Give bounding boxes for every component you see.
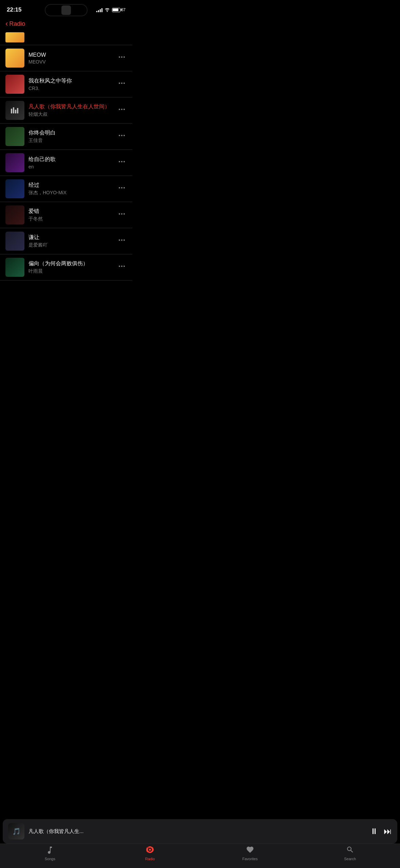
svg-point-18: [123, 161, 125, 162]
song-title: 给自己的歌: [28, 156, 113, 163]
song-info: 偏向（为何会两败俱伤）叶雨晨: [28, 260, 113, 274]
svg-point-28: [119, 266, 120, 267]
svg-point-15: [123, 135, 125, 136]
nav-bar: ‹ Radio: [0, 18, 132, 32]
tab-songs[interactable]: Songs: [0, 844, 100, 863]
svg-rect-6: [11, 109, 12, 113]
song-item[interactable]: 偏向（为何会两败俱伤）叶雨晨: [0, 254, 132, 281]
song-info: 你终会明白王佳音: [28, 129, 113, 144]
song-item[interactable]: 经过张杰，HOYO-MiX: [0, 176, 132, 202]
wifi-icon: [104, 7, 110, 13]
back-chevron-icon: ‹: [5, 20, 8, 28]
more-button[interactable]: [117, 235, 127, 247]
svg-rect-8: [15, 110, 16, 113]
song-item-partial: [0, 32, 132, 45]
song-thumb-emoji: [5, 205, 24, 224]
song-thumbnail: [5, 49, 24, 68]
svg-point-2: [123, 56, 125, 58]
more-button[interactable]: [117, 261, 127, 273]
song-title: MEOW: [28, 52, 113, 58]
more-button[interactable]: [117, 104, 127, 116]
svg-rect-9: [17, 108, 18, 113]
svg-point-12: [123, 109, 125, 110]
more-button[interactable]: [117, 52, 127, 64]
svg-point-5: [123, 83, 125, 84]
more-button[interactable]: [117, 209, 127, 221]
song-title: 你终会明白: [28, 129, 113, 137]
svg-point-23: [121, 213, 122, 215]
tab-songs-label: Songs: [45, 857, 55, 861]
song-artist: 轻烟大叔: [28, 111, 113, 117]
more-button[interactable]: [117, 157, 127, 169]
song-thumb-emoji: [5, 127, 24, 146]
song-thumb-emoji: [5, 258, 24, 277]
song-title: 我在秋风之中等你: [28, 77, 113, 85]
song-thumb-emoji: [5, 153, 24, 172]
song-title: 凡人歌（你我皆凡人生在人世间）: [28, 103, 113, 110]
battery-fill: [113, 8, 118, 11]
signal-bar-3: [100, 9, 101, 12]
dynamic-island: [45, 4, 88, 16]
song-title: 爱错: [28, 208, 113, 215]
song-info: MEOWMEOVV: [28, 52, 113, 65]
now-playing-title: 凡人歌（你我皆凡人生...: [28, 828, 84, 834]
song-info: 爱错于冬然: [28, 208, 113, 222]
song-item[interactable]: 给自己的歌en: [0, 150, 132, 176]
svg-point-17: [121, 161, 122, 162]
svg-point-13: [119, 135, 120, 136]
song-thumbnail: [5, 153, 24, 172]
song-title: 偏向（为何会两败俱伤）: [28, 260, 113, 267]
signal-bar-1: [96, 11, 97, 12]
tab-bar: Songs Radio Favorites Search: [0, 844, 132, 868]
song-thumbnail: [5, 127, 24, 146]
svg-point-25: [119, 239, 120, 241]
battery-container: 87: [112, 7, 126, 12]
status-time: 22:15: [7, 6, 21, 13]
song-info: 谦让是爱酱吖: [28, 234, 113, 248]
svg-point-0: [119, 56, 120, 58]
svg-point-29: [121, 266, 122, 267]
song-item[interactable]: 你终会明白王佳音: [0, 124, 132, 150]
song-thumbnail: [5, 232, 24, 251]
now-playing-info: 凡人歌（你我皆凡人生...: [28, 828, 132, 835]
more-button[interactable]: [117, 183, 127, 195]
song-item[interactable]: 谦让是爱酱吖: [0, 228, 132, 254]
song-thumbnail: [5, 75, 24, 94]
song-items: MEOWMEOVV我在秋风之中等你CR3. 凡人歌（你我皆凡人生在人世间）轻烟大…: [0, 45, 132, 281]
dynamic-island-content: [61, 5, 71, 15]
svg-point-16: [119, 161, 120, 162]
song-artist: 叶雨晨: [28, 268, 113, 274]
song-artist: 是爱酱吖: [28, 242, 113, 248]
svg-point-1: [121, 56, 122, 58]
song-item[interactable]: 凡人歌（你我皆凡人生在人世间）轻烟大叔: [0, 97, 132, 124]
song-thumb-emoji: [5, 179, 24, 198]
song-info: 给自己的歌en: [28, 156, 113, 169]
song-list-container: MEOWMEOVV我在秋风之中等你CR3. 凡人歌（你我皆凡人生在人世间）轻烟大…: [0, 32, 132, 335]
song-artist: en: [28, 164, 113, 169]
song-item[interactable]: MEOWMEOVV: [0, 45, 132, 71]
svg-point-21: [123, 187, 125, 188]
now-playing-bar[interactable]: 🎵 凡人歌（你我皆凡人生... ⏸ ⏭: [3, 819, 132, 844]
tab-radio[interactable]: Radio: [100, 844, 132, 863]
more-button[interactable]: [117, 78, 127, 90]
signal-bar-2: [98, 10, 99, 12]
song-item[interactable]: 爱错于冬然: [0, 202, 132, 228]
svg-point-14: [121, 135, 122, 136]
song-artist: 王佳音: [28, 138, 113, 144]
song-artist: CR3.: [28, 86, 113, 91]
svg-point-3: [119, 83, 120, 84]
back-button[interactable]: ‹ Radio: [5, 20, 25, 28]
more-button[interactable]: [117, 130, 127, 143]
nav-back-label: Radio: [9, 20, 25, 28]
svg-point-11: [121, 109, 122, 110]
now-playing-thumb-emoji: 🎵: [12, 827, 21, 835]
svg-point-22: [119, 213, 120, 215]
song-item[interactable]: 我在秋风之中等你CR3.: [0, 71, 132, 97]
battery-icon: [112, 8, 120, 12]
song-list: MEOWMEOVV我在秋风之中等你CR3. 凡人歌（你我皆凡人生在人世间）轻烟大…: [0, 32, 132, 281]
song-artist: 张杰，HOYO-MiX: [28, 190, 113, 196]
svg-point-20: [121, 187, 122, 188]
song-thumbnail: [5, 179, 24, 198]
signal-bar-4: [101, 8, 102, 12]
svg-rect-7: [13, 107, 14, 113]
